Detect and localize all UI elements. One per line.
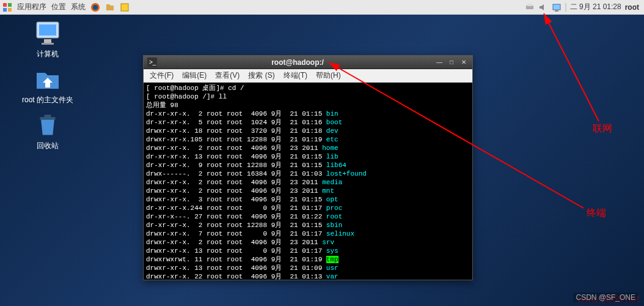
- svg-rect-10: [555, 10, 558, 12]
- desktop-icons: 计算机 root 的主文件夹 回收站: [18, 18, 77, 151]
- menu-view[interactable]: 查看(V): [211, 70, 243, 81]
- home-folder-label: root 的主文件夹: [18, 95, 77, 105]
- terminal-window[interactable]: >_ root@hadoop:/ — □ ✕ 文件(F) 编辑(E) 查看(V)…: [143, 55, 473, 280]
- svg-text:>_: >_: [149, 59, 156, 65]
- computer-label: 计算机: [18, 49, 77, 59]
- terminal-body[interactable]: [ root@hadoop 桌面]# cd / [ root@hadoop /]…: [144, 83, 472, 280]
- sound-icon[interactable]: [538, 2, 548, 12]
- menu-places[interactable]: 位置: [51, 2, 66, 12]
- trash-label: 回收站: [18, 141, 77, 151]
- menu-edit[interactable]: 编辑(E): [178, 70, 210, 81]
- svg-rect-16: [45, 115, 51, 118]
- apps-icon: [2, 2, 12, 12]
- home-folder-icon[interactable]: root 的主文件夹: [18, 64, 77, 105]
- svg-rect-1: [8, 3, 12, 7]
- top-panel: 应用程序 位置 系统 二 9月 21 01:28 root: [0, 0, 644, 15]
- svg-rect-14: [42, 43, 54, 45]
- titlebar[interactable]: >_ root@hadoop:/ — □ ✕: [144, 56, 472, 69]
- window-title: root@hadoop:/: [161, 58, 434, 67]
- menubar: 文件(F) 编辑(E) 查看(V) 搜索 (S) 终端(T) 帮助(H): [144, 69, 472, 83]
- files-icon[interactable]: [105, 2, 115, 12]
- computer-icon[interactable]: 计算机: [18, 18, 77, 59]
- svg-rect-2: [3, 8, 7, 12]
- svg-point-5: [93, 5, 98, 10]
- svg-rect-9: [553, 4, 560, 10]
- firefox-icon[interactable]: [90, 2, 100, 12]
- svg-rect-3: [8, 8, 12, 12]
- menu-search[interactable]: 搜索 (S): [244, 70, 278, 81]
- close-button[interactable]: ✕: [459, 58, 469, 67]
- editor-icon[interactable]: [120, 2, 130, 12]
- annotation-network: 联网: [593, 122, 612, 135]
- csdn-watermark: CSDN @SF_ONE: [573, 293, 638, 302]
- svg-rect-12: [39, 24, 56, 35]
- menu-help[interactable]: 帮助(H): [312, 70, 345, 81]
- maximize-button[interactable]: □: [447, 58, 456, 67]
- svg-rect-13: [44, 39, 51, 43]
- annotation-terminal: 终端: [587, 207, 606, 220]
- menu-file[interactable]: 文件(F): [146, 70, 177, 81]
- network-icon[interactable]: [552, 2, 562, 12]
- svg-line-19: [544, 13, 599, 121]
- svg-rect-8: [527, 4, 532, 6]
- menu-apps[interactable]: 应用程序: [17, 2, 46, 12]
- terminal-icon: >_: [147, 58, 157, 67]
- menu-terminal[interactable]: 终端(T): [280, 70, 311, 81]
- separator: [565, 3, 566, 12]
- user-label[interactable]: root: [625, 3, 639, 12]
- clock[interactable]: 二 9月 21 01:28: [570, 2, 621, 12]
- print-icon[interactable]: [525, 2, 535, 12]
- menu-system[interactable]: 系统: [71, 2, 86, 12]
- minimize-button[interactable]: —: [434, 58, 444, 67]
- trash-icon[interactable]: 回收站: [18, 110, 77, 151]
- svg-rect-6: [121, 4, 128, 11]
- svg-rect-0: [3, 3, 7, 7]
